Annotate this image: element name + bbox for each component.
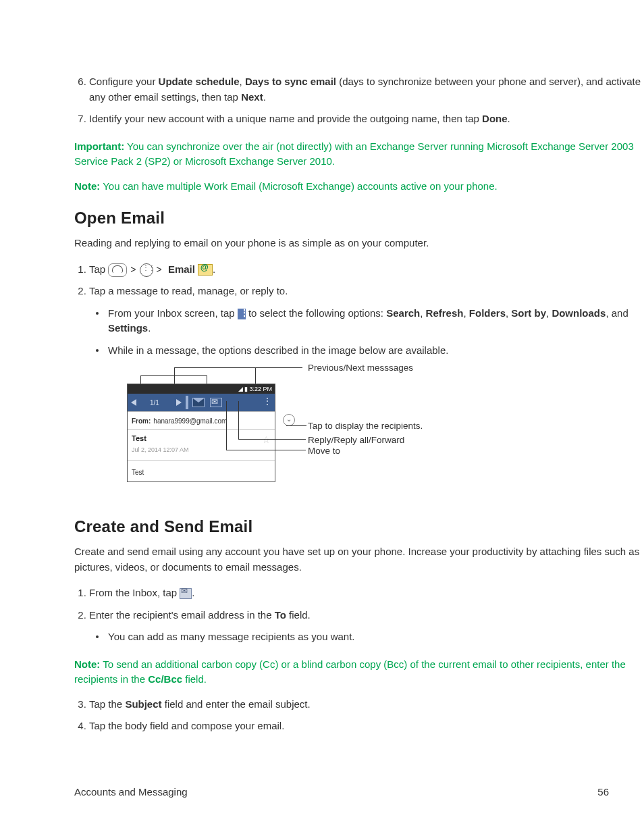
message-diagram: Previous/Next messsages ◢▮ 3:22 PM xyxy=(127,367,505,502)
page-footer: Accounts and Messaging 56 xyxy=(74,786,609,798)
open-bullet-1: From your Inbox screen, tap to select th… xyxy=(108,306,641,336)
step-6: Configure your Update schedule, Days to … xyxy=(89,74,641,105)
create-step-2: Enter the recipient's email address in t… xyxy=(89,608,641,645)
callout-prevnext: Previous/Next messsages xyxy=(308,362,413,374)
create-steps: From the Inbox, tap . Enter the recipien… xyxy=(74,585,641,645)
compose-icon xyxy=(180,588,192,599)
from-row: From: hanara9999@gmail.com ⌄ xyxy=(128,411,275,430)
message-body: Test xyxy=(128,461,275,481)
note-label: Note: xyxy=(74,180,100,192)
important-label: Important: xyxy=(74,140,124,152)
apps-icon xyxy=(140,263,153,277)
note-label: Note: xyxy=(74,658,100,670)
email-app-icon xyxy=(198,264,213,276)
create-step-1: From the Inbox, tap . xyxy=(89,585,641,601)
prev-icon xyxy=(131,399,136,406)
reply-icon xyxy=(210,398,222,407)
battery-icon: ▮ xyxy=(244,386,248,392)
app-bar: 1/1 ⋮ xyxy=(128,394,275,411)
from-value: hanara9999@gmail.com xyxy=(153,416,227,426)
star-icon: ☆ xyxy=(262,433,271,447)
callout-reply: Reply/Reply all/Forward xyxy=(308,434,404,446)
message-meta: Test Jul 2, 2014 12:07 AM ☆ xyxy=(128,430,275,461)
create-step-4: Tap the body field and compose your emai… xyxy=(89,719,641,734)
note-2: Note: To send an additional carbon copy … xyxy=(74,657,641,687)
open-lead: Reading and replying to email on your ph… xyxy=(74,236,641,251)
overflow-icon xyxy=(238,309,246,319)
create-lead: Create and send email using any account … xyxy=(74,544,641,575)
moveto-icon xyxy=(192,398,205,407)
note-1: Note: You can have multiple Work Email (… xyxy=(74,179,641,194)
from-label: From: xyxy=(132,416,151,426)
steps-continued: Configure your Update schedule, Days to … xyxy=(74,74,641,127)
bold: Days to sync email xyxy=(245,76,336,87)
page-number: 56 xyxy=(597,786,609,798)
phone-screenshot: ◢▮ 3:22 PM 1/1 ⋮ xyxy=(127,384,275,482)
open-bullet-2: While in a message, the options describe… xyxy=(108,343,641,503)
create-steps-cont: Tap the Subject field and enter the emai… xyxy=(74,697,641,734)
callout-move: Move to xyxy=(308,445,340,457)
callout-recipients: Tap to display the recipients. xyxy=(308,420,423,432)
next-icon xyxy=(176,399,182,406)
status-time: 3:22 PM xyxy=(249,386,272,392)
create-step-3: Tap the Subject field and enter the emai… xyxy=(89,697,641,712)
section-open-email: Open Email xyxy=(74,209,641,228)
open-step-2: Tap a message to read, manage, or reply … xyxy=(89,284,641,502)
create-step-2-bullet: You can add as many message recipients a… xyxy=(108,629,641,645)
open-step-1: Tap >> Email . xyxy=(89,262,641,278)
overflow-icon: ⋮ xyxy=(263,396,272,406)
text: Configure your xyxy=(89,76,159,87)
pager-text: 1/1 xyxy=(150,398,159,408)
home-icon xyxy=(108,263,127,277)
section-create-email: Create and Send Email xyxy=(74,517,641,536)
bold: Next xyxy=(241,91,263,103)
bold: Done xyxy=(482,113,508,124)
open-steps: Tap >> Email . Tap a message to read, ma… xyxy=(74,262,641,503)
status-bar: ◢▮ 3:22 PM xyxy=(128,384,275,394)
bold: Update schedule xyxy=(159,76,240,87)
important-note: Important: You can synchronize over the … xyxy=(74,139,641,170)
signal-icon: ◢ xyxy=(238,386,243,392)
expand-recipients-icon: ⌄ xyxy=(283,414,295,426)
step-7: Identify your new account with a unique … xyxy=(89,111,641,127)
email-label: Email xyxy=(168,263,195,275)
footer-section: Accounts and Messaging xyxy=(74,786,188,798)
